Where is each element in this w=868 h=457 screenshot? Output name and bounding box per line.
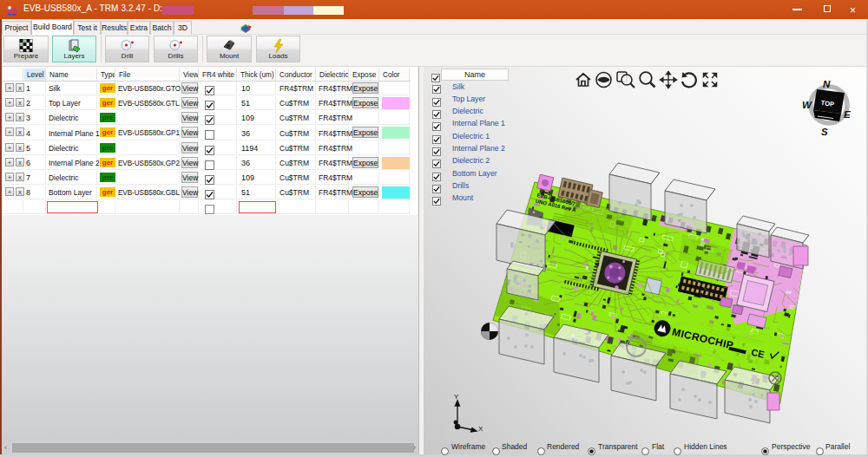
svg-text:N: N [823,79,831,89]
svg-text:X: X [478,425,483,433]
svg-text:TOP: TOP [820,99,834,108]
svg-text:Y: Y [454,393,459,401]
svg-text:E: E [844,109,851,120]
svg-text:W: W [802,100,812,110]
svg-text:S: S [821,127,828,137]
